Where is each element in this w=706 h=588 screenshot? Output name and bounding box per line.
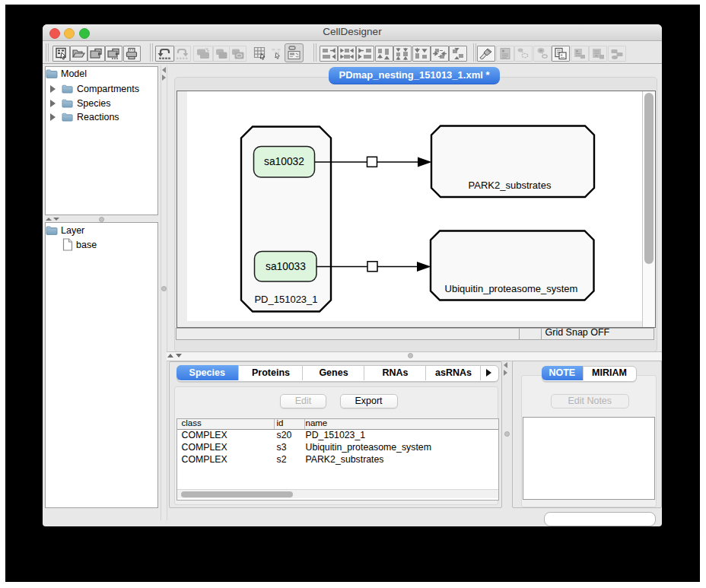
svg-text:sa10032: sa10032 bbox=[264, 156, 304, 167]
svg-text:Ubiquitin_proteasome_system: Ubiquitin_proteasome_system bbox=[445, 282, 578, 294]
svg-text:PD_151023_1: PD_151023_1 bbox=[254, 294, 317, 305]
svg-text:PARK2_substrates: PARK2_substrates bbox=[469, 179, 552, 190]
svg-text:sa10033: sa10033 bbox=[266, 260, 306, 272]
